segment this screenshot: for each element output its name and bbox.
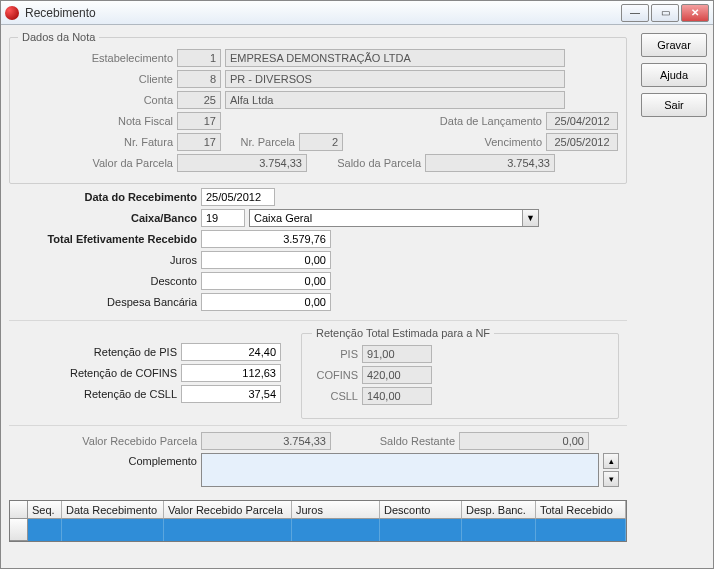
label-valor-receb-parcela: Valor Recebido Parcela [17,435,197,447]
label-ret-csll: Retenção de CSLL [17,388,177,400]
field-nr-fatura: 17 [177,133,221,151]
field-vencimento: 25/05/2012 [546,133,618,151]
field-valor-receb-parcela: 3.754,33 [201,432,331,450]
table-row[interactable] [10,519,626,541]
input-ret-csll[interactable] [181,385,281,403]
field-valor-parcela: 3.754,33 [177,154,307,172]
sair-button[interactable]: Sair [641,93,707,117]
label-data-recebimento: Data do Recebimento [17,191,197,203]
field-est-pis: 91,00 [362,345,432,363]
row-header-corner [10,501,28,519]
field-conta-code: 25 [177,91,221,109]
input-despesa-bancaria[interactable] [201,293,331,311]
label-complemento: Complemento [17,453,197,467]
input-total-efetivo[interactable] [201,230,331,248]
chevron-down-icon: ▼ [522,210,538,226]
label-nr-fatura: Nr. Fatura [18,136,173,148]
retencao-total-legend: Retenção Total Estimada para a NF [312,327,494,339]
dados-nota-legend: Dados da Nota [18,31,99,43]
field-estabelecimento-code: 1 [177,49,221,67]
textarea-complemento[interactable] [201,453,599,487]
input-juros[interactable] [201,251,331,269]
th-data-recebimento[interactable]: Data Recebimento [62,501,164,519]
th-total-recebido[interactable]: Total Recebido [536,501,626,519]
input-caixa-code[interactable] [201,209,245,227]
recebimento-window: Recebimento — ▭ ✕ Dados da Nota Estabele… [0,0,714,569]
label-cliente: Cliente [18,73,173,85]
field-saldo-restante: 0,00 [459,432,589,450]
app-icon [5,6,19,20]
close-button[interactable]: ✕ [681,4,709,22]
label-despesa-bancaria: Despesa Bancária [17,296,197,308]
label-ret-cofins: Retenção de COFINS [17,367,177,379]
label-valor-parcela: Valor da Parcela [18,157,173,169]
field-cliente-desc: PR - DIVERSOS [225,70,565,88]
recebimentos-table: Seq. Data Recebimento Valor Recebido Par… [9,500,627,542]
input-ret-cofins[interactable] [181,364,281,382]
label-nr-parcela: Nr. Parcela [225,136,295,148]
field-conta-desc: Alfa Ltda [225,91,565,109]
label-data-lancamento: Data de Lançamento [417,115,542,127]
field-cliente-code: 8 [177,70,221,88]
label-saldo-restante: Saldo Restante [335,435,455,447]
scroll-up-icon[interactable]: ▴ [603,453,619,469]
th-desconto[interactable]: Desconto [380,501,462,519]
row-selector[interactable] [10,519,28,541]
titlebar: Recebimento — ▭ ✕ [1,1,713,25]
th-desp-banc[interactable]: Desp. Banc. [462,501,536,519]
label-est-cofins: COFINS [312,369,358,381]
label-est-pis: PIS [312,348,358,360]
field-est-cofins: 420,00 [362,366,432,384]
retencao-total-group: Retenção Total Estimada para a NF PIS 91… [301,327,619,419]
input-ret-pis[interactable] [181,343,281,361]
label-juros: Juros [17,254,197,266]
label-estabelecimento: Estabelecimento [18,52,173,64]
input-data-recebimento[interactable] [201,188,275,206]
ajuda-button[interactable]: Ajuda [641,63,707,87]
th-juros[interactable]: Juros [292,501,380,519]
select-caixa-value: Caixa Geral [254,212,312,224]
field-est-csll: 140,00 [362,387,432,405]
label-desconto: Desconto [17,275,197,287]
label-nota-fiscal: Nota Fiscal [18,115,173,127]
label-caixa-banco: Caixa/Banco [17,212,197,224]
field-estabelecimento-desc: EMPRESA DEMONSTRAÇÃO LTDA [225,49,565,67]
input-desconto[interactable] [201,272,331,290]
field-nota-fiscal: 17 [177,112,221,130]
label-conta: Conta [18,94,173,106]
label-vencimento: Vencimento [462,136,542,148]
gravar-button[interactable]: Gravar [641,33,707,57]
th-seq[interactable]: Seq. [28,501,62,519]
window-title: Recebimento [25,6,621,20]
label-saldo-parcela: Saldo da Parcela [311,157,421,169]
field-data-lancamento: 25/04/2012 [546,112,618,130]
label-est-csll: CSLL [312,390,358,402]
field-saldo-parcela: 3.754,33 [425,154,555,172]
dados-nota-group: Dados da Nota Estabelecimento 1 EMPRESA … [9,31,627,184]
th-valor-recebido[interactable]: Valor Recebido Parcela [164,501,292,519]
label-total-efetivo: Total Efetivamente Recebido [17,233,197,245]
scroll-down-icon[interactable]: ▾ [603,471,619,487]
maximize-button[interactable]: ▭ [651,4,679,22]
field-nr-parcela: 2 [299,133,343,151]
select-caixa-desc[interactable]: Caixa Geral ▼ [249,209,539,227]
minimize-button[interactable]: — [621,4,649,22]
label-ret-pis: Retenção de PIS [17,346,177,358]
